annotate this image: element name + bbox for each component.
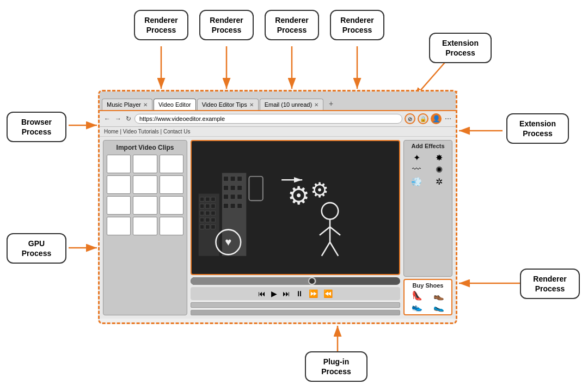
svg-rect-29 <box>223 176 228 181</box>
skip-forward-button[interactable]: ⏭ <box>283 289 290 298</box>
effect-burst[interactable]: ✸ <box>429 153 450 163</box>
tab-video-editor-tips[interactable]: Video Editor Tips ✕ <box>197 99 259 110</box>
svg-rect-30 <box>230 176 235 181</box>
tab-video-editor[interactable]: Video Editor <box>154 99 196 110</box>
pause-button[interactable]: ⏸ <box>296 289 303 298</box>
progress-handle[interactable] <box>308 277 316 285</box>
svg-rect-22 <box>200 218 204 222</box>
browser-process: Browser Process <box>7 112 66 142</box>
svg-text:⚙: ⚙ <box>310 179 329 202</box>
svg-rect-33 <box>230 185 235 190</box>
svg-rect-18 <box>211 204 216 209</box>
video-thumb-10[interactable] <box>107 217 131 235</box>
video-player-panel: ♥ ⚙ ⚙ <box>191 140 400 315</box>
svg-text:⚙: ⚙ <box>287 182 310 210</box>
close-icon-2[interactable]: ✕ <box>249 102 254 108</box>
playback-controls: ⏮ ▶ ⏭ ⏸ ⏩ ⏪ <box>191 287 400 300</box>
extension-process-2: Extension Process <box>506 113 569 144</box>
url-input[interactable]: https://www.videoeditor.example <box>134 114 402 124</box>
ad-shoes-grid: 👠 👞 👟 🥿 <box>407 290 449 312</box>
tab-email[interactable]: Email (10 unread) ✕ <box>260 99 323 110</box>
rewind-button[interactable]: ⏪ <box>323 289 333 298</box>
fast-forward-button[interactable]: ⏩ <box>309 289 318 298</box>
close-icon-3[interactable]: ✕ <box>314 102 318 108</box>
extension-icon-1[interactable]: ⊘ <box>405 113 415 124</box>
effect-rays[interactable]: ✲ <box>429 176 450 187</box>
renderer-process-3: Renderer Process <box>265 10 319 40</box>
svg-line-50 <box>322 242 330 256</box>
svg-line-51 <box>330 242 338 256</box>
svg-rect-41 <box>249 176 262 200</box>
video-thumb-4[interactable] <box>107 175 131 194</box>
video-thumb-6[interactable] <box>160 175 183 194</box>
svg-rect-37 <box>237 194 242 199</box>
svg-rect-39 <box>230 203 235 208</box>
effect-wave[interactable]: 〰 <box>406 164 427 175</box>
back-button[interactable]: ← <box>103 115 112 123</box>
new-tab-button[interactable]: + <box>324 97 338 110</box>
svg-rect-27 <box>211 225 216 229</box>
effects-grid: ✦ ✸ 〰 ✺ 💨 ✲ <box>406 153 450 187</box>
ad-panel-shoes[interactable]: Buy Shoes 👠 👞 👟 🥿 <box>403 279 452 315</box>
import-video-panel: Import Video Clips <box>103 140 187 315</box>
renderer-process-2: Renderer Process <box>199 10 254 40</box>
svg-rect-21 <box>211 211 216 215</box>
shoe-icon-dress[interactable]: 👞 <box>428 290 449 301</box>
close-icon[interactable]: ✕ <box>143 102 148 108</box>
svg-rect-31 <box>237 176 242 181</box>
video-thumb-3[interactable] <box>160 155 183 173</box>
nav-tutorials[interactable]: Video Tutorials <box>123 129 159 135</box>
renderer-process-4: Renderer Process <box>330 10 384 40</box>
extension-icon-3[interactable]: 👤 <box>431 113 442 124</box>
timeline-bar-2[interactable] <box>191 310 400 315</box>
shoe-icon-heel[interactable]: 👠 <box>407 290 427 301</box>
video-thumb-1[interactable] <box>107 155 131 173</box>
svg-rect-36 <box>230 194 235 199</box>
svg-rect-15 <box>211 197 216 202</box>
effect-wind[interactable]: 💨 <box>406 176 427 187</box>
skip-back-button[interactable]: ⏮ <box>258 289 266 298</box>
nav-contact[interactable]: Contact Us <box>163 129 190 135</box>
renderer-process-5: Renderer Process <box>520 269 580 299</box>
effect-sparkle[interactable]: ✦ <box>406 153 427 163</box>
svg-rect-16 <box>200 204 204 209</box>
progress-bar[interactable] <box>191 277 400 285</box>
reload-button[interactable]: ↻ <box>125 115 132 123</box>
video-preview: ♥ ⚙ ⚙ <box>191 140 400 275</box>
browser-window: Music Player ✕ Video Editor Video Editor… <box>98 90 457 324</box>
video-thumb-12[interactable] <box>160 217 183 235</box>
video-thumb-7[interactable] <box>107 196 131 215</box>
svg-rect-26 <box>205 225 210 229</box>
timeline-bar-1[interactable] <box>191 302 400 308</box>
progress-fill <box>191 277 316 285</box>
svg-rect-14 <box>205 197 210 202</box>
svg-rect-35 <box>223 194 228 199</box>
forward-button[interactable]: → <box>114 115 122 123</box>
shoe-icon-sneaker[interactable]: 👟 <box>407 302 427 312</box>
video-thumb-11[interactable] <box>133 217 157 235</box>
browser-content: Import Video Clips <box>100 137 456 319</box>
menu-button[interactable]: ⋯ <box>444 115 452 123</box>
effects-panel-title: Add Effects <box>406 143 450 149</box>
tab-bar: Music Player ✕ Video Editor Video Editor… <box>100 92 456 111</box>
svg-rect-13 <box>200 197 204 202</box>
gpu-process: GPU Process <box>7 233 66 264</box>
extension-icon-2[interactable]: 🔒 <box>418 113 428 124</box>
svg-rect-17 <box>205 204 210 209</box>
video-thumb-5[interactable] <box>133 175 157 194</box>
svg-rect-38 <box>223 203 228 208</box>
tab-music-player[interactable]: Music Player ✕ <box>102 99 152 110</box>
nav-links: Home | Video Tutorials | Contact Us <box>100 127 456 137</box>
svg-text:♥: ♥ <box>225 236 231 248</box>
import-panel-title: Import Video Clips <box>107 144 183 151</box>
video-thumb-2[interactable] <box>133 155 157 173</box>
play-button[interactable]: ▶ <box>271 289 277 298</box>
effect-starburst[interactable]: ✺ <box>429 164 450 175</box>
video-thumb-8[interactable] <box>133 196 157 215</box>
ad-title: Buy Shoes <box>407 282 449 289</box>
effects-panel: Add Effects ✦ ✸ 〰 ✺ 💨 ✲ <box>403 140 452 277</box>
shoe-icon-flat[interactable]: 🥿 <box>428 302 449 312</box>
video-thumb-9[interactable] <box>160 196 183 215</box>
nav-home[interactable]: Home <box>104 129 119 135</box>
svg-rect-32 <box>223 185 228 190</box>
